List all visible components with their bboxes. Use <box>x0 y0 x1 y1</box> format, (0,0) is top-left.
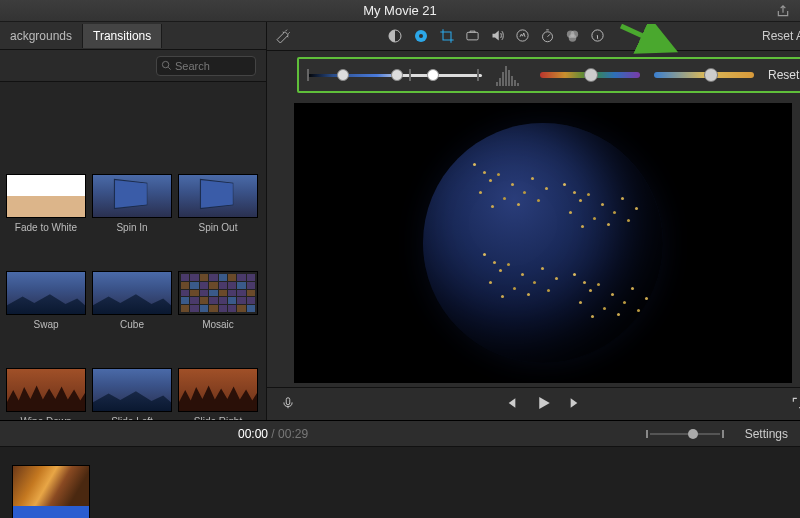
reset-all-button[interactable]: Reset All <box>762 29 800 43</box>
transition-item[interactable]: Fade to White <box>6 174 86 233</box>
tab-transitions[interactable]: Transitions <box>83 24 162 48</box>
transition-item[interactable]: Slide Right <box>178 368 258 420</box>
zoom-slider[interactable] <box>650 429 720 439</box>
transition-label: Spin In <box>92 222 172 233</box>
video-preview[interactable] <box>294 103 792 383</box>
timeline-clip[interactable] <box>12 465 90 518</box>
temperature-slider[interactable] <box>654 72 754 78</box>
tab-backgrounds[interactable]: ackgrounds <box>0 24 83 48</box>
search-placeholder: Search <box>175 60 210 72</box>
reset-button[interactable]: Reset <box>768 68 799 82</box>
volume-icon[interactable] <box>490 28 505 43</box>
filters-icon[interactable] <box>565 28 580 43</box>
transition-label: Cube <box>92 319 172 330</box>
share-icon[interactable] <box>776 4 790 21</box>
transition-item[interactable]: Swap <box>6 271 86 330</box>
titlebar: My Movie 21 <box>0 0 800 22</box>
transition-item[interactable] <box>178 88 258 136</box>
transition-item[interactable]: Wipe Down <box>6 368 86 420</box>
magic-wand-icon[interactable] <box>275 29 291 48</box>
media-browser: ackgrounds Transitions Search Fade to Wh… <box>0 22 267 420</box>
transition-label: Spin Out <box>178 222 258 233</box>
transition-item[interactable]: Slide Left <box>92 368 172 420</box>
info-icon[interactable] <box>590 28 605 43</box>
histogram-icon <box>496 64 526 86</box>
voiceover-icon[interactable] <box>281 396 295 413</box>
color-correction-panel: Reset <box>297 57 800 94</box>
transition-label: Fade to White <box>6 222 86 233</box>
adjust-toolbar: Reset All <box>267 22 800 51</box>
next-button[interactable] <box>568 395 584 414</box>
playback-controls <box>267 387 800 420</box>
svg-point-0 <box>162 61 168 67</box>
viewer-panel: Reset All <box>267 22 800 420</box>
color-balance-icon[interactable] <box>387 28 403 44</box>
saturation-slider[interactable] <box>540 72 640 78</box>
svg-point-4 <box>419 34 423 38</box>
transition-item[interactable] <box>6 88 86 136</box>
crop-icon[interactable] <box>439 28 455 44</box>
timeline-settings-button[interactable]: Settings <box>745 427 788 441</box>
timecode: 00:00 / 00:29 <box>238 427 308 441</box>
exposure-multi-slider[interactable] <box>307 67 482 83</box>
search-input[interactable]: Search <box>156 56 256 76</box>
speed-icon[interactable] <box>540 28 555 43</box>
fullscreen-icon[interactable] <box>791 396 800 413</box>
svg-rect-12 <box>286 397 290 404</box>
color-correction-icon[interactable] <box>413 28 429 44</box>
transition-label: Swap <box>6 319 86 330</box>
noise-reduction-icon[interactable] <box>515 28 530 43</box>
transition-item[interactable]: Spin In <box>92 174 172 233</box>
prev-button[interactable] <box>502 395 518 414</box>
transition-item[interactable] <box>92 88 172 136</box>
transition-label: Mosaic <box>178 319 258 330</box>
transition-item[interactable]: Cube <box>92 271 172 330</box>
transition-label: Slide Right <box>178 416 258 420</box>
project-title: My Movie 21 <box>0 3 800 18</box>
transitions-grid: Fade to WhiteSpin InSpin OutSwapCubeMosa… <box>0 82 266 420</box>
svg-rect-5 <box>467 33 478 41</box>
transition-label: Slide Left <box>92 416 172 420</box>
transition-item[interactable]: Spin Out <box>178 174 258 233</box>
transition-label: Wipe Down <box>6 416 86 420</box>
stabilize-icon[interactable] <box>465 28 480 43</box>
timeline: 00:00 / 00:29 Settings <box>0 420 800 518</box>
transition-item[interactable]: Mosaic <box>178 271 258 330</box>
play-button[interactable] <box>534 394 552 415</box>
svg-point-10 <box>569 35 577 43</box>
